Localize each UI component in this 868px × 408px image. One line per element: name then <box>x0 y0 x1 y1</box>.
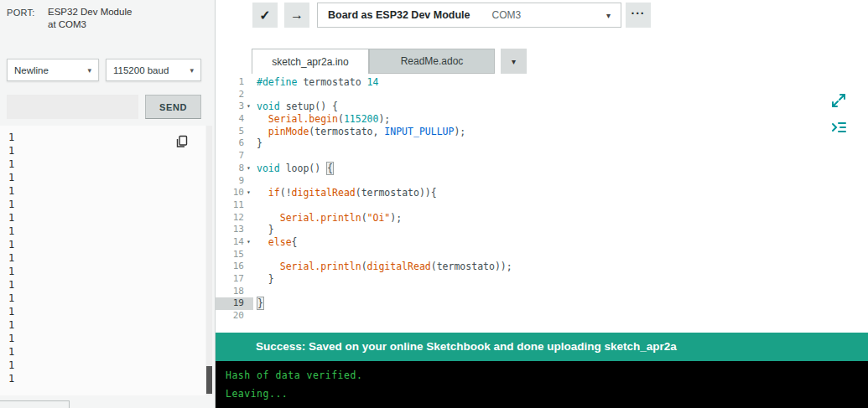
chevron-down-icon: ▾ <box>190 66 194 75</box>
port-label: PORT: <box>7 8 35 18</box>
line-number: 2 <box>216 89 253 101</box>
line-number: 14▾ <box>216 236 253 249</box>
tab-label: ReadMe.adoc <box>401 55 464 67</box>
code-line: } <box>253 137 868 150</box>
editor-panel: ✓ → Board as ESP32 Dev Module COM3 ▾ ···… <box>216 0 868 408</box>
line-ending-select[interactable]: Newline ▾ <box>7 59 99 81</box>
serial-output-line: 1 <box>8 171 205 184</box>
serial-output-line: 1 <box>8 238 205 251</box>
line-number: 4 <box>216 113 253 126</box>
board-selector-label: Board as ESP32 Dev Module <box>328 9 470 21</box>
serial-output-line: 1 <box>8 198 205 211</box>
code-line: } <box>253 224 868 236</box>
chevron-down-icon: ▾ <box>512 57 516 66</box>
serial-scrollbar-thumb[interactable] <box>206 366 212 394</box>
serial-output-line: 1 <box>8 332 205 345</box>
upload-button[interactable]: → <box>284 3 309 28</box>
fullscreen-expand-icon[interactable] <box>830 92 849 111</box>
code-line: pinMode(termostato, INPUT_PULLUP); <box>253 126 868 138</box>
board-port-selector[interactable]: Board as ESP32 Dev Module COM3 ▾ <box>317 3 621 28</box>
serial-output-line: 1 <box>8 225 205 238</box>
code-line: } <box>253 273 868 286</box>
line-number-gutter: 123▾45678▾910▾11121314▾151617181920 <box>216 76 253 323</box>
copy-icon[interactable] <box>174 134 190 149</box>
line-number: 6 <box>216 137 253 150</box>
serial-output-line: 1 <box>8 278 205 292</box>
fold-arrow-icon[interactable]: ▾ <box>244 236 253 249</box>
code-line: void loop() { <box>253 163 868 175</box>
code-line: Serial.println(digitalRead(termostato)); <box>253 261 868 273</box>
line-number: 10▾ <box>216 187 253 199</box>
console-toggle-icon[interactable] <box>830 119 849 137</box>
code-line <box>253 150 868 163</box>
line-number: 5 <box>216 126 253 138</box>
serial-output-line: 1 <box>8 211 205 225</box>
success-notification: Success: Saved on your online Sketchbook… <box>216 333 868 361</box>
chevron-down-icon: ▾ <box>606 11 611 20</box>
code-line <box>253 175 868 188</box>
code-line: if(!digitalRead(termostato)){ <box>253 187 868 199</box>
serial-message-input[interactable] <box>7 95 138 119</box>
line-number: 18 <box>216 286 253 298</box>
console-line: Leaving... <box>226 385 858 403</box>
serial-output-line: 1 <box>8 251 205 265</box>
code-line: #define termostato 14 <box>253 76 868 89</box>
line-number: 11 <box>216 199 253 212</box>
line-number: 9 <box>216 175 253 188</box>
tab-list-dropdown-button[interactable]: ▾ <box>501 49 527 74</box>
port-value: ESP32 Dev Module at COM3 <box>48 6 132 31</box>
serial-output-line: 1 <box>8 372 205 385</box>
port-com-name: at COM3 <box>48 18 132 31</box>
fold-arrow-icon[interactable]: ▾ <box>244 163 253 175</box>
serial-monitor-panel: PORT: ESP32 Dev Module at COM3 Newline ▾… <box>0 0 215 408</box>
line-number: 19 <box>216 297 253 310</box>
baud-rate-select[interactable]: 115200 baud ▾ <box>106 59 201 81</box>
serial-output-line: 1 <box>8 292 205 305</box>
line-number: 13 <box>216 224 253 236</box>
serial-output-line: 1 <box>8 184 205 198</box>
code-line <box>253 286 868 298</box>
line-number: 8▾ <box>216 163 253 175</box>
code-line <box>253 89 868 101</box>
more-options-button[interactable]: ··· <box>626 3 651 28</box>
line-number: 3▾ <box>216 101 253 113</box>
line-number: 16 <box>216 261 253 273</box>
fold-arrow-icon[interactable]: ▾ <box>244 101 253 113</box>
code-line: } <box>253 297 868 310</box>
tab-label: sketch_apr2a.ino <box>272 56 348 68</box>
code-line: else{ <box>253 236 868 249</box>
fold-arrow-icon[interactable]: ▾ <box>244 187 253 199</box>
line-number: 15 <box>216 249 253 261</box>
send-button[interactable]: SEND <box>145 95 201 119</box>
left-panel-bottom-button-partial[interactable] <box>0 400 70 408</box>
output-console: Hash of data verified.Leaving... <box>216 361 868 408</box>
serial-output-line: 1 <box>8 158 205 171</box>
serial-output-line: 1 <box>8 305 205 318</box>
baud-rate-value: 115200 baud <box>113 65 169 75</box>
code-line: void setup() { <box>253 101 868 113</box>
check-icon: ✓ <box>259 8 270 23</box>
serial-output-line: 1 <box>8 318 205 332</box>
serial-output-line: 1 <box>8 345 205 359</box>
line-number: 12 <box>216 212 253 225</box>
serial-output-line: 1 <box>8 265 205 278</box>
code-line <box>253 199 868 212</box>
verify-button[interactable]: ✓ <box>252 3 278 28</box>
ellipsis-icon: ··· <box>632 7 646 20</box>
line-number: 20 <box>216 310 253 323</box>
line-ending-value: Newline <box>14 65 49 75</box>
code-line: Serial.println("Oi"); <box>253 212 868 225</box>
line-number: 17 <box>216 273 253 286</box>
code-lines: #define termostato 14void setup() { Seri… <box>253 76 868 323</box>
arduino-web-editor: PORT: ESP32 Dev Module at COM3 Newline ▾… <box>0 0 868 408</box>
tab-sketch[interactable]: sketch_apr2a.ino <box>252 49 369 74</box>
board-selector-port: COM3 <box>492 9 522 21</box>
console-line: Hash of data verified. <box>226 366 858 385</box>
code-line: Serial.begin(115200); <box>253 113 868 126</box>
port-board-name: ESP32 Dev Module <box>48 6 132 18</box>
line-number: 1 <box>216 76 253 89</box>
serial-output-area[interactable]: 1111111111111111111 <box>0 126 205 395</box>
code-editor[interactable]: 123▾45678▾910▾11121314▾151617181920 #def… <box>216 74 868 333</box>
serial-scrollbar-track <box>206 126 212 395</box>
tab-readme[interactable]: ReadMe.adoc <box>369 49 495 74</box>
